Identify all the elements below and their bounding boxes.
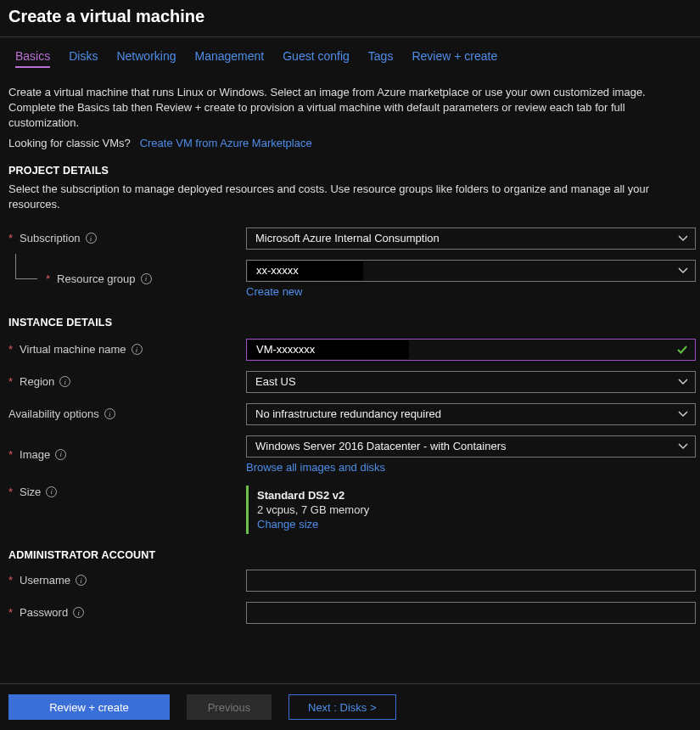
info-icon[interactable]: i [55, 449, 66, 460]
required-marker: * [8, 606, 13, 619]
label-region: * Region i [8, 375, 246, 388]
required-marker: * [8, 375, 13, 388]
label-username: * Username i [8, 574, 246, 587]
classic-prefix: Looking for classic VMs? [8, 137, 131, 149]
info-icon[interactable]: i [59, 376, 70, 387]
chevron-down-icon [678, 266, 688, 276]
info-icon[interactable]: i [46, 486, 57, 497]
create-new-resource-group-link[interactable]: Create new [246, 285, 696, 298]
previous-button: Previous [187, 694, 272, 720]
info-icon[interactable]: i [73, 607, 84, 618]
row-size: * Size i Standard DS2 v2 2 vcpus, 7 GB m… [8, 486, 692, 534]
intro-text: Create a virtual machine that runs Linux… [8, 85, 670, 132]
change-size-link[interactable]: Change size [257, 518, 696, 531]
chevron-down-icon [678, 441, 688, 452]
required-marker: * [8, 486, 13, 498]
next-disks-button[interactable]: Next : Disks > [288, 694, 396, 720]
tab-guest-config[interactable]: Guest config [283, 49, 350, 68]
label-image-text: Image [20, 448, 50, 461]
required-marker: * [8, 343, 13, 356]
region-select[interactable]: East US [246, 371, 696, 393]
tab-review-create[interactable]: Review + create [412, 49, 497, 68]
label-vm-name-text: Virtual machine name [20, 343, 126, 356]
label-resource-group-text: Resource group [57, 272, 136, 285]
row-region: * Region i East US [8, 371, 692, 393]
tab-management[interactable]: Management [195, 49, 265, 68]
chevron-down-icon [678, 377, 688, 387]
tree-connector [15, 254, 37, 279]
tab-disks[interactable]: Disks [69, 49, 98, 68]
required-marker: * [8, 232, 13, 244]
subscription-select[interactable]: Microsoft Azure Internal Consumption [246, 227, 696, 250]
resource-group-select[interactable]: xx-xxxxx [246, 260, 696, 282]
tab-tags[interactable]: Tags [368, 49, 394, 68]
password-input[interactable] [246, 602, 696, 624]
tab-networking[interactable]: Networking [116, 49, 176, 68]
info-icon[interactable]: i [104, 408, 115, 419]
row-subscription: * Subscription i Microsoft Azure Interna… [8, 227, 692, 250]
username-input[interactable] [246, 570, 696, 592]
label-vm-name: * Virtual machine name i [8, 343, 246, 356]
label-password-text: Password [20, 606, 68, 619]
label-availability-text: Availability options [8, 407, 99, 420]
section-title-instance: INSTANCE DETAILS [8, 317, 692, 328]
size-name: Standard DS2 v2 [257, 489, 696, 502]
tab-basics[interactable]: Basics [15, 49, 50, 68]
page-header: Create a virtual machine [0, 0, 700, 36]
check-icon [676, 344, 688, 356]
info-icon[interactable]: i [141, 273, 152, 284]
content-area: Basics Disks Networking Management Guest… [0, 37, 700, 665]
vm-name-value: VM-xxxxxxx [248, 340, 409, 359]
label-subscription: * Subscription i [8, 232, 246, 244]
availability-select[interactable]: No infrastructure redundancy required [246, 403, 696, 425]
create-vm-marketplace-link[interactable]: Create VM from Azure Marketplace [140, 137, 312, 149]
subscription-value: Microsoft Azure Internal Consumption [255, 232, 440, 244]
label-image: * Image i [8, 448, 246, 461]
row-username: * Username i [8, 570, 692, 592]
size-display: Standard DS2 v2 2 vcpus, 7 GB memory Cha… [246, 486, 696, 534]
label-region-text: Region [20, 375, 54, 388]
row-vm-name: * Virtual machine name i VM-xxxxxxx [8, 339, 692, 361]
label-size: * Size i [8, 486, 246, 498]
vm-name-input[interactable]: VM-xxxxxxx [246, 339, 696, 361]
section-title-admin: ADMINISTRATOR ACCOUNT [8, 549, 692, 561]
label-size-text: Size [20, 486, 41, 498]
page-title: Create a virtual machine [8, 7, 692, 26]
row-password: * Password i [8, 602, 692, 624]
row-availability: Availability options i No infrastructure… [8, 403, 692, 425]
review-create-button[interactable]: Review + create [8, 694, 170, 720]
info-icon[interactable]: i [86, 233, 97, 244]
chevron-down-icon [678, 409, 688, 419]
region-value: East US [255, 375, 296, 388]
resource-group-value: xx-xxxxx [248, 261, 363, 280]
footer-bar: Review + create Previous Next : Disks > [0, 683, 700, 730]
info-icon[interactable]: i [76, 575, 87, 586]
image-value: Windows Server 2016 Datacenter - with Co… [255, 440, 507, 452]
size-spec: 2 vcpus, 7 GB memory [257, 503, 696, 516]
label-subscription-text: Subscription [20, 232, 81, 244]
row-image: * Image i Windows Server 2016 Datacenter… [8, 435, 692, 474]
tab-bar: Basics Disks Networking Management Guest… [8, 37, 692, 73]
label-resource-group: * Resource group i [8, 272, 246, 285]
browse-images-link[interactable]: Browse all images and disks [246, 461, 696, 474]
section-desc-project: Select the subscription to manage deploy… [8, 182, 679, 212]
label-username-text: Username [20, 574, 70, 587]
required-marker: * [8, 448, 13, 461]
availability-value: No infrastructure redundancy required [255, 407, 441, 420]
image-select[interactable]: Windows Server 2016 Datacenter - with Co… [246, 435, 696, 458]
required-marker: * [46, 272, 50, 285]
label-availability: Availability options i [8, 407, 246, 420]
row-resource-group: * Resource group i xx-xxxxx Create new [8, 260, 692, 298]
classic-vm-line: Looking for classic VMs? Create VM from … [8, 137, 692, 149]
section-title-project: PROJECT DETAILS [8, 165, 692, 177]
info-icon[interactable]: i [132, 344, 143, 355]
required-marker: * [8, 574, 13, 587]
chevron-down-icon [678, 233, 688, 244]
label-password: * Password i [8, 606, 246, 619]
